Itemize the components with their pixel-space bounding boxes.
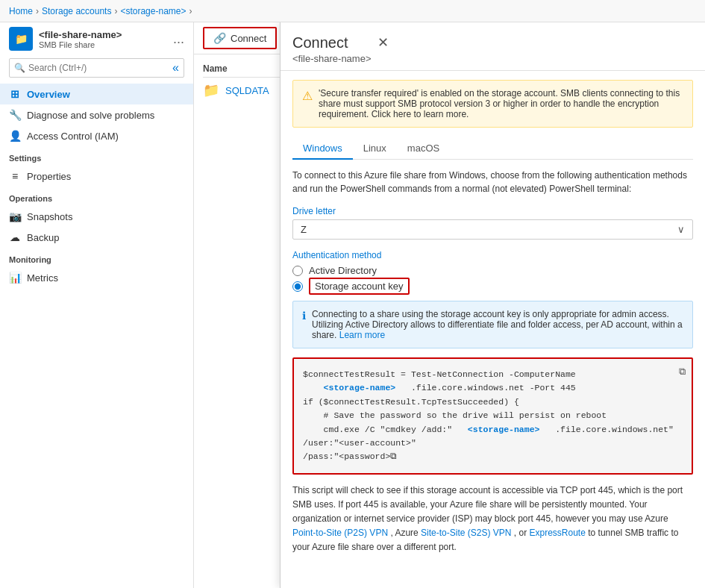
chevron-down-icon: ∨: [677, 224, 685, 235]
breadcrumb-sep-1: ›: [36, 6, 39, 16]
code-line-2: <storage-name> .file.core.windows.net -P…: [303, 381, 683, 395]
folder-name[interactable]: SQLDATA: [225, 85, 269, 96]
sidebar-label-properties: Properties: [27, 171, 71, 182]
section-settings: Settings: [0, 146, 193, 166]
radio-active-directory[interactable]: Active Directory: [292, 265, 693, 276]
tab-description: To connect to this Azure file share from…: [292, 169, 693, 196]
sidebar-label-diagnose: Diagnose and solve problems: [27, 110, 154, 121]
breadcrumb-sep-2: ›: [114, 6, 117, 16]
drive-letter-value: Z: [301, 224, 307, 235]
sidebar-label-metrics: Metrics: [27, 272, 58, 284]
access-control-icon: 👤: [9, 130, 21, 142]
tab-windows[interactable]: Windows: [292, 138, 353, 160]
learn-more-link[interactable]: Learn more: [339, 330, 385, 340]
info-box: ℹ Connecting to a share using the storag…: [292, 301, 693, 348]
panel-body: ⚠ 'Secure transfer required' is enabled …: [281, 71, 705, 588]
snapshots-icon: 📷: [9, 210, 21, 222]
info-icon: ℹ: [302, 310, 306, 340]
panel-subtitle: <file-share-name>: [292, 53, 372, 64]
warning-text: 'Secure transfer required' is enabled on…: [319, 88, 683, 119]
code-line-5: cmd.exe /C "cmdkey /add:" <storage-name>…: [303, 423, 683, 437]
code-line-6: /user:"<user-account>": [303, 437, 683, 450]
tab-macos[interactable]: macOS: [397, 138, 450, 160]
connect-button-icon: 🔗: [213, 32, 226, 44]
sidebar-item-metrics[interactable]: 📊 Metrics: [0, 267, 193, 288]
sidebar-file-header: 📁 <file-share-name> SMB File share ...: [0, 22, 193, 55]
sidebar-item-diagnose[interactable]: 🔧 Diagnose and solve problems: [0, 104, 193, 125]
drive-letter-select[interactable]: Z ∨: [292, 219, 693, 240]
code-block: ⧉ $connectTestResult = Test-NetConnectio…: [292, 357, 693, 475]
p2s-vpn-link[interactable]: Point-to-Site (P2S) VPN: [292, 528, 388, 538]
sidebar-label-overview: Overview: [27, 89, 70, 100]
sidebar-search-bar: 🔍 «: [9, 58, 184, 78]
warning-icon: ⚠: [302, 89, 313, 119]
main-content: 🔗 Connect 🔍 Name 📁 SQLDATA Connect: [194, 22, 705, 588]
code-line-7: /pass:"<password>⧉: [303, 450, 683, 463]
expressroute-link[interactable]: ExpressRoute: [530, 528, 586, 538]
s2s-vpn-link[interactable]: Site-to-Site (S2S) VPN: [421, 528, 511, 538]
info-text: Connecting to a share using the storage …: [312, 309, 683, 340]
breadcrumb-storage-accounts[interactable]: Storage accounts: [42, 6, 111, 16]
sidebar-item-properties[interactable]: ≡ Properties: [0, 166, 193, 187]
panel-close-button[interactable]: ✕: [377, 34, 389, 51]
more-button[interactable]: ...: [173, 32, 184, 46]
breadcrumb-home[interactable]: Home: [9, 6, 33, 16]
breadcrumb-storage-name[interactable]: <storage-name>: [120, 6, 186, 16]
sidebar-label-backup: Backup: [27, 232, 59, 243]
drive-letter-label: Drive letter: [292, 206, 693, 216]
sidebar-item-backup[interactable]: ☁ Backup: [0, 227, 193, 248]
radio-active-directory-input[interactable]: [292, 266, 303, 276]
warning-box: ⚠ 'Secure transfer required' is enabled …: [292, 80, 693, 128]
backup-icon: ☁: [9, 231, 21, 243]
auth-method-label: Authentication method: [292, 250, 693, 260]
sidebar-label-snapshots: Snapshots: [27, 211, 72, 222]
panel-header: Connect <file-share-name> ✕: [281, 22, 705, 71]
code-line-4: # Save the password so the drive will pe…: [303, 409, 683, 422]
code-line-1: $connectTestResult = Test-NetConnection …: [303, 368, 683, 381]
connect-panel: Connect <file-share-name> ✕ ⚠ 'Secure tr…: [280, 22, 705, 588]
tab-linux[interactable]: Linux: [353, 138, 397, 160]
folder-icon: 📁: [203, 82, 219, 98]
smb-icon: 📁: [9, 27, 33, 51]
file-share-sub: SMB File share: [39, 40, 122, 49]
copy-icon[interactable]: ⧉: [679, 365, 686, 381]
code-line-3: if ($connectTestResult.TcpTestSucceeded)…: [303, 395, 683, 409]
properties-icon: ≡: [9, 170, 21, 182]
file-share-info: <file-share-name> SMB File share: [39, 29, 122, 49]
diagnose-icon: 🔧: [9, 109, 21, 121]
radio-storage-account-key-input[interactable]: [292, 281, 303, 292]
breadcrumb: Home › Storage accounts › <storage-name>…: [0, 0, 705, 22]
panel-title: Connect: [292, 34, 372, 51]
breadcrumb-sep-3: ›: [189, 6, 192, 16]
bottom-description: This script will check to see if this st…: [292, 484, 693, 555]
overview-icon: ⊞: [9, 88, 21, 100]
sidebar-item-access-control[interactable]: 👤 Access Control (IAM): [0, 125, 193, 146]
sidebar-label-access-control: Access Control (IAM): [27, 131, 119, 142]
panel-title-group: Connect <file-share-name>: [292, 34, 372, 64]
sidebar-search-icon: 🔍: [14, 63, 25, 73]
sidebar: 📁 <file-share-name> SMB File share ... 🔍…: [0, 22, 194, 588]
metrics-icon: 📊: [9, 272, 21, 284]
storage-account-key-label-highlight: Storage account key: [309, 278, 410, 295]
file-share-name: <file-share-name>: [39, 29, 122, 40]
section-operations: Operations: [0, 187, 193, 206]
connect-button[interactable]: 🔗 Connect: [203, 27, 277, 49]
sidebar-collapse-button[interactable]: «: [172, 61, 179, 75]
connect-button-label: Connect: [231, 33, 266, 44]
radio-active-directory-label: Active Directory: [309, 265, 377, 276]
section-monitoring: Monitoring: [0, 248, 193, 267]
radio-storage-account-key-label: Storage account key: [309, 281, 410, 292]
sidebar-item-overview[interactable]: ⊞ Overview: [0, 84, 193, 104]
radio-storage-account-key[interactable]: Storage account key: [292, 281, 693, 292]
sidebar-search-input[interactable]: [28, 63, 169, 73]
tab-bar: Windows Linux macOS: [292, 138, 693, 160]
sidebar-item-snapshots[interactable]: 📷 Snapshots: [0, 206, 193, 227]
